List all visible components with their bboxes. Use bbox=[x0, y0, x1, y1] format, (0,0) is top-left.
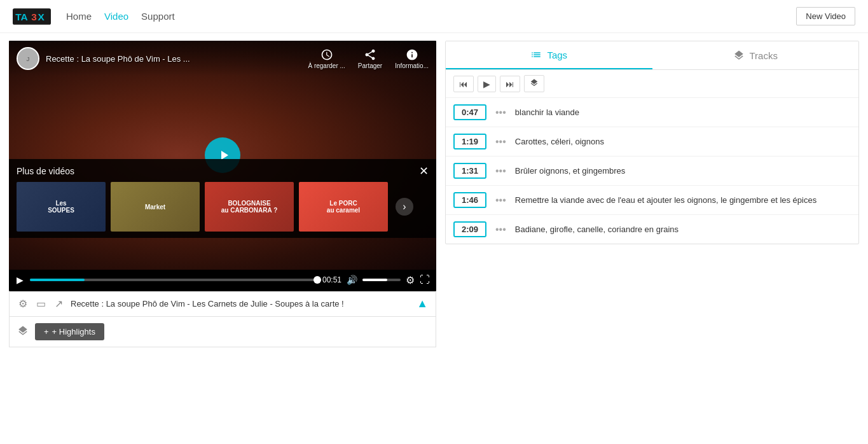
tab-tracks[interactable]: Tracks bbox=[652, 41, 859, 69]
play-tag-button[interactable]: ▶ bbox=[478, 76, 496, 92]
svg-text:3: 3 bbox=[31, 11, 37, 22]
tag-item-0: 0:47 ••• blanchir la viande bbox=[446, 98, 858, 127]
more-videos-overlay: Plus de vidéos ✕ LesSOUPES Market bbox=[9, 159, 436, 238]
tag-controls: ⏮ ▶ ⏭ bbox=[446, 70, 858, 98]
tag-more-button-1[interactable]: ••• bbox=[493, 135, 509, 149]
video-thumbnail: J Recette : La soupe Phô de Vim - Les ..… bbox=[9, 41, 436, 270]
more-videos-list: LesSOUPES Market BOLOGNAISEau CARBONARA … bbox=[17, 182, 429, 232]
video-top-bar: J Recette : La soupe Phô de Vim - Les ..… bbox=[9, 41, 436, 76]
tag-item-2: 1:31 ••• Brûler oignons, et gingembres bbox=[446, 156, 858, 186]
next-thumb-button[interactable]: › bbox=[396, 198, 413, 216]
share-icon-button[interactable]: ↗ bbox=[53, 296, 64, 311]
thumb-bolognaise[interactable]: BOLOGNAISEau CARBONARA ? bbox=[205, 182, 294, 232]
video-container: J Recette : La soupe Phô de Vim - Les ..… bbox=[9, 41, 436, 291]
tag-more-button-3[interactable]: ••• bbox=[493, 193, 509, 207]
tag-text-0: blanchir la viande bbox=[515, 108, 851, 117]
layers-tag-button[interactable] bbox=[524, 75, 544, 92]
header-left: TA 3 X Home Video Support bbox=[13, 7, 175, 26]
video-panel: J Recette : La soupe Phô de Vim - Les ..… bbox=[9, 41, 436, 347]
watch-later-label: À regarder ... bbox=[308, 62, 345, 69]
logo: TA 3 X bbox=[13, 7, 51, 26]
tag-text-1: Carottes, céleri, oignons bbox=[515, 137, 851, 146]
tag-item-3: 1:46 ••• Remettre la viande avec de l'ea… bbox=[446, 186, 858, 215]
tag-item-1: 1:19 ••• Carottes, céleri, oignons bbox=[446, 127, 858, 156]
progress-fill bbox=[30, 279, 85, 281]
tag-text-2: Brûler oignons, et gingembres bbox=[515, 166, 851, 176]
skip-back-button[interactable]: ⏮ bbox=[453, 76, 474, 92]
video-top-actions: À regarder ... Partager Informatio... bbox=[308, 48, 429, 69]
close-more-videos-button[interactable]: ✕ bbox=[419, 165, 429, 177]
svg-text:TA: TA bbox=[15, 11, 27, 22]
share-label: Partager bbox=[358, 62, 382, 69]
progress-handle bbox=[313, 276, 321, 284]
play-pause-button[interactable]: ▶ bbox=[15, 274, 25, 286]
main-content: J Recette : La soupe Phô de Vim - Les ..… bbox=[0, 33, 868, 355]
thumb-porc[interactable]: Le PORCau caramel bbox=[299, 182, 388, 232]
tag-text-3: Remettre la viande avec de l'eau et ajou… bbox=[515, 195, 851, 205]
nav-links: Home Video Support bbox=[66, 11, 175, 22]
nav-video[interactable]: Video bbox=[104, 11, 128, 22]
tab-tracks-label: Tracks bbox=[750, 50, 778, 61]
svg-text:J: J bbox=[27, 55, 30, 62]
layout-icon-button[interactable]: ▭ bbox=[35, 296, 47, 311]
tag-time-0[interactable]: 0:47 bbox=[453, 104, 486, 120]
more-videos-header: Plus de vidéos ✕ bbox=[17, 165, 429, 177]
thumb-soupes-label: LesSOUPES bbox=[45, 197, 77, 216]
new-video-button[interactable]: New Video bbox=[796, 7, 855, 25]
progress-bar[interactable] bbox=[30, 279, 317, 281]
tag-more-button-4[interactable]: ••• bbox=[493, 223, 509, 237]
chevron-up-button[interactable]: ▲ bbox=[417, 297, 428, 310]
video-title: Recette : La soupe Phô de Vim - Les ... bbox=[46, 54, 308, 64]
tag-time-3[interactable]: 1:46 bbox=[453, 192, 486, 208]
nav-support[interactable]: Support bbox=[141, 11, 175, 22]
tab-tags-label: Tags bbox=[547, 50, 567, 60]
thumb-market-label: Market bbox=[142, 201, 168, 213]
progress-container[interactable] bbox=[30, 279, 317, 281]
highlights-section: + + Highlights bbox=[9, 317, 436, 347]
avatar: J bbox=[17, 47, 39, 70]
tab-tags[interactable]: Tags bbox=[446, 41, 652, 69]
thumb-porc-label: Le PORCau caramel bbox=[324, 197, 362, 216]
time-display: 00:51 bbox=[322, 275, 341, 284]
tag-more-button-0[interactable]: ••• bbox=[493, 106, 509, 120]
tags-panel: Tags Tracks ⏮ ▶ ⏭ 0:47 ••• blanchir la v… bbox=[445, 41, 859, 244]
info-label: Informatio... bbox=[395, 62, 429, 69]
layers-icon bbox=[17, 325, 29, 339]
tag-time-1[interactable]: 1:19 bbox=[453, 134, 486, 149]
tag-more-button-2[interactable]: ••• bbox=[493, 164, 509, 178]
skip-forward-button[interactable]: ⏭ bbox=[500, 76, 520, 92]
thumb-bolognaise-label: BOLOGNAISEau CARBONARA ? bbox=[219, 197, 280, 216]
thumb-market[interactable]: Market bbox=[111, 182, 200, 232]
svg-text:X: X bbox=[38, 11, 45, 22]
nav-home[interactable]: Home bbox=[66, 11, 92, 22]
settings-button[interactable]: ⚙ bbox=[406, 274, 415, 286]
tag-time-4[interactable]: 2:09 bbox=[453, 221, 486, 237]
highlights-icon: + bbox=[44, 327, 49, 336]
tag-text-4: Badiane, girofle, canelle, coriandre en … bbox=[515, 225, 851, 234]
tag-time-2[interactable]: 1:31 bbox=[453, 163, 486, 179]
video-info-title: Recette : La soupe Phô de Vim - Les Carn… bbox=[71, 299, 410, 309]
watch-later-button[interactable]: À regarder ... bbox=[308, 48, 345, 69]
info-button[interactable]: Informatio... bbox=[395, 48, 429, 69]
highlights-button[interactable]: + + Highlights bbox=[35, 323, 104, 340]
fullscreen-button[interactable]: ⛶ bbox=[420, 274, 430, 286]
volume-fill bbox=[362, 279, 387, 281]
header: TA 3 X Home Video Support New Video bbox=[0, 0, 868, 33]
highlights-label: + Highlights bbox=[52, 327, 95, 336]
more-videos-label: Plus de vidéos bbox=[17, 166, 74, 176]
panel-tabs: Tags Tracks bbox=[446, 41, 858, 70]
thumb-soupes[interactable]: LesSOUPES bbox=[17, 182, 106, 232]
gear-icon-button[interactable]: ⚙ bbox=[17, 296, 29, 311]
video-info-bar: ⚙ ▭ ↗ Recette : La soupe Phô de Vim - Le… bbox=[9, 291, 436, 317]
share-button[interactable]: Partager bbox=[358, 48, 382, 69]
volume-button[interactable]: 🔊 bbox=[347, 275, 357, 285]
volume-bar[interactable] bbox=[362, 279, 401, 281]
tag-list: 0:47 ••• blanchir la viande 1:19 ••• Car… bbox=[446, 98, 858, 244]
tag-item-4: 2:09 ••• Badiane, girofle, canelle, cori… bbox=[446, 215, 858, 244]
video-controls: ▶ 00:51 🔊 ⚙ ⛶ bbox=[9, 270, 436, 291]
